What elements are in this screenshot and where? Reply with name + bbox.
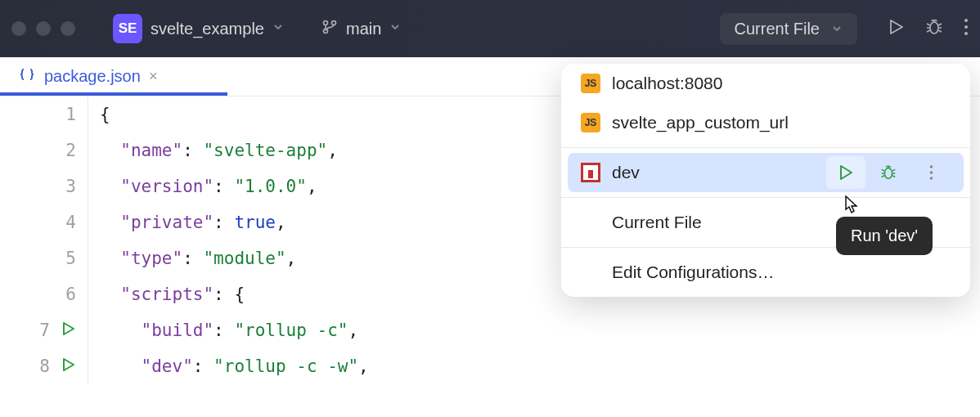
- svg-point-8: [929, 165, 933, 168]
- svg-point-3: [930, 22, 938, 34]
- project-name: svelte_example: [151, 20, 264, 38]
- main-toolbar: SE svelte_example main Current File: [0, 0, 980, 57]
- minimize-window-button[interactable]: [36, 21, 51, 36]
- run-config-item-dev[interactable]: dev: [568, 153, 964, 192]
- svg-point-1: [331, 21, 335, 25]
- branch-icon: [321, 19, 338, 38]
- project-badge: SE: [113, 14, 142, 43]
- js-icon: JS: [581, 113, 600, 132]
- svg-point-4: [964, 19, 968, 22]
- svg-point-0: [323, 21, 327, 25]
- js-icon: JS: [581, 74, 600, 93]
- divider: [561, 147, 970, 148]
- run-config-selector[interactable]: Current File: [720, 13, 857, 45]
- run-config-item-localhost[interactable]: JS localhost:8080: [561, 64, 970, 103]
- run-config-item-svelte-app[interactable]: JS svelte_app_custom_url: [561, 103, 970, 142]
- line-number: 1: [58, 96, 76, 132]
- run-config-dropdown: JS localhost:8080 JS svelte_app_custom_u…: [561, 64, 970, 297]
- chevron-down-icon: [272, 21, 284, 36]
- run-gutter-icon[interactable]: [61, 312, 76, 348]
- tab-filename: package.json: [44, 67, 141, 86]
- more-dev-button[interactable]: [911, 156, 951, 189]
- line-number: 8: [32, 348, 50, 384]
- close-tab-button[interactable]: ×: [149, 68, 158, 85]
- run-button[interactable]: [887, 18, 905, 39]
- current-file-label: Current File: [612, 213, 702, 232]
- run-config-label: localhost:8080: [612, 74, 722, 93]
- line-number: 4: [58, 204, 76, 240]
- tab-package-json[interactable]: package.json ×: [11, 57, 164, 96]
- active-tab-indicator: [0, 92, 227, 96]
- run-config-label: svelte_app_custom_url: [612, 113, 789, 132]
- run-tooltip: Run 'dev': [836, 217, 933, 255]
- debug-dev-button[interactable]: [869, 156, 908, 189]
- svg-point-9: [929, 171, 933, 174]
- svg-point-6: [964, 32, 968, 35]
- line-number: 2: [58, 132, 76, 168]
- line-number: 6: [58, 276, 76, 312]
- maximize-window-button[interactable]: [61, 21, 75, 36]
- close-window-button[interactable]: [11, 21, 26, 36]
- debug-button[interactable]: [924, 17, 944, 40]
- project-selector[interactable]: SE svelte_example: [113, 14, 284, 43]
- run-dev-button[interactable]: [826, 156, 865, 189]
- window-controls: [11, 21, 75, 36]
- line-number: 5: [58, 240, 76, 276]
- svg-point-10: [929, 177, 933, 180]
- run-config-label: Current File: [735, 20, 820, 38]
- edit-configurations[interactable]: Edit Configurations…: [561, 253, 970, 292]
- npm-icon: [581, 163, 600, 182]
- run-gutter-icon[interactable]: [61, 348, 76, 384]
- branch-selector[interactable]: main: [321, 19, 401, 38]
- edit-configurations-label: Edit Configurations…: [612, 262, 774, 282]
- svg-point-7: [884, 168, 892, 179]
- code-content[interactable]: { "name": "svelte-app", "version": "1.0.…: [88, 96, 369, 384]
- svg-point-5: [964, 25, 968, 29]
- line-number: 3: [58, 168, 76, 204]
- branch-name: main: [346, 20, 381, 38]
- more-actions-button[interactable]: [964, 18, 969, 39]
- chevron-down-icon: [389, 21, 401, 36]
- line-gutter: 1 2 3 4 5 6 7 8: [0, 96, 88, 384]
- json-file-icon: [18, 66, 36, 87]
- line-number: 7: [32, 312, 50, 348]
- run-config-label: dev: [612, 163, 640, 182]
- chevron-down-icon: [831, 20, 843, 38]
- divider: [561, 197, 970, 198]
